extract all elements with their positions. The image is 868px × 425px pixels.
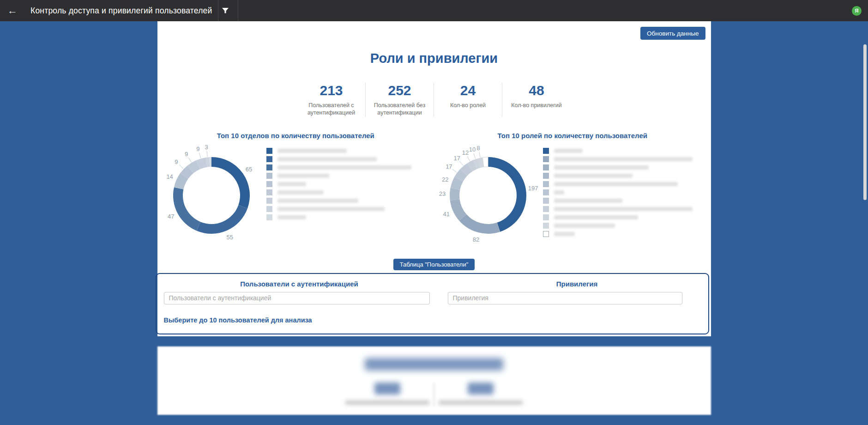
svg-text:65: 65 <box>245 165 252 172</box>
svg-text:55: 55 <box>226 234 233 241</box>
filter-privilege-column: Привилегия <box>448 280 706 304</box>
legend-item[interactable] <box>266 172 411 180</box>
legend-item[interactable] <box>543 172 693 180</box>
svg-text:8: 8 <box>476 144 480 151</box>
blurred-stat-label <box>345 401 429 405</box>
legend-item[interactable] <box>543 164 693 172</box>
legend-label-redacted <box>277 165 411 170</box>
page-title: Роли и привилегии <box>157 51 711 66</box>
stat-label: Кол-во привилегий <box>502 102 571 109</box>
legend-item[interactable] <box>266 147 411 155</box>
legend-item[interactable] <box>543 222 693 230</box>
legend-item[interactable] <box>266 205 411 213</box>
legend-item[interactable] <box>266 197 411 205</box>
filter-panel: Пользователи с аутентификацией Привилеги… <box>156 273 709 334</box>
legend-item[interactable] <box>543 180 693 188</box>
filter-icon[interactable] <box>218 8 232 13</box>
svg-text:82: 82 <box>473 236 479 243</box>
svg-text:9: 9 <box>175 158 178 165</box>
legend-swatch <box>266 164 272 170</box>
legend-swatch <box>543 156 549 162</box>
filter-users-heading: Пользователи с аутентификацией <box>164 280 435 288</box>
svg-text:197: 197 <box>528 184 538 191</box>
legend-label-redacted <box>554 190 564 194</box>
blurred-stat-value <box>374 382 400 395</box>
legend-label-redacted <box>277 174 329 178</box>
legend-label-redacted <box>554 232 575 236</box>
legend-swatch <box>543 181 549 187</box>
svg-text:22: 22 <box>442 176 448 183</box>
legend-item[interactable] <box>266 188 411 197</box>
roles-chart-block: Топ 10 ролей по количеству пользователей… <box>434 132 711 249</box>
legend-item[interactable] <box>543 197 693 205</box>
filter-privilege-heading: Привилегия <box>448 280 706 288</box>
legend-swatch <box>543 214 549 220</box>
users-table-button[interactable]: Таблица "Пользователи" <box>393 259 475 270</box>
blurred-stat-label <box>439 401 523 405</box>
privilege-input[interactable] <box>448 292 682 304</box>
legend-label-redacted <box>277 199 358 203</box>
legend-swatch <box>266 156 272 162</box>
legend-swatch <box>266 198 272 204</box>
legend-label-redacted <box>554 165 649 170</box>
svg-text:9: 9 <box>184 150 187 157</box>
legend-item[interactable] <box>266 155 411 164</box>
svg-text:12: 12 <box>462 149 469 156</box>
stat-privileges-count: 48 Кол-во привилегий <box>502 83 571 117</box>
svg-text:47: 47 <box>167 213 174 220</box>
blurred-section-title <box>365 358 503 370</box>
legend-swatch <box>543 189 549 195</box>
svg-text:41: 41 <box>443 211 450 218</box>
legend-label-redacted <box>554 174 633 178</box>
stat-value: 48 <box>502 84 571 97</box>
topbar-divider <box>238 0 238 21</box>
chart-title: Топ 10 отделов по количеству пользовател… <box>157 132 434 140</box>
users-with-auth-input[interactable] <box>164 292 430 304</box>
filter-note: Выберите до 10 пользователей для анализа <box>164 316 708 324</box>
page-background: Обновить данные Роли и привилегии 213 По… <box>0 21 868 425</box>
legend-item[interactable] <box>543 230 693 238</box>
legend-swatch <box>266 181 272 187</box>
departments-chart-block: Топ 10 отделов по количеству пользовател… <box>157 132 434 249</box>
legend-swatch <box>266 148 272 154</box>
stat-value: 213 <box>297 84 365 97</box>
departments-donut-chart[interactable]: 655547149993 <box>158 142 265 249</box>
legend-item[interactable] <box>266 180 411 188</box>
legend-swatch <box>266 173 272 179</box>
departments-legend <box>266 142 411 222</box>
legend-swatch <box>543 223 549 229</box>
legend-item[interactable] <box>266 213 411 222</box>
charts-row: Топ 10 отделов по количеству пользовател… <box>157 132 711 249</box>
legend-item[interactable] <box>266 164 411 172</box>
legend-swatch <box>543 198 549 204</box>
vertical-scrollbar[interactable] <box>863 44 867 200</box>
legend-label-redacted <box>277 182 306 186</box>
filter-users-column: Пользователи с аутентификацией <box>164 280 435 304</box>
roles-privileges-card: Обновить данные Роли и привилегии 213 По… <box>157 21 711 336</box>
legend-item[interactable] <box>543 147 693 155</box>
legend-label-redacted <box>277 149 347 153</box>
legend-label-redacted <box>554 199 622 203</box>
blurred-stat <box>434 382 527 407</box>
legend-label-redacted <box>554 207 693 211</box>
blurred-stat-value <box>468 382 494 395</box>
svg-text:10: 10 <box>469 146 476 153</box>
legend-item[interactable] <box>543 155 693 164</box>
legend-swatch <box>543 164 549 170</box>
roles-donut-chart[interactable]: 19782412322171712108 <box>435 142 541 249</box>
stat-users-with-auth: 213 Пользователей с аутентификацией <box>297 83 366 117</box>
refresh-data-button[interactable]: Обновить данные <box>640 27 705 40</box>
legend-swatch <box>266 206 272 212</box>
legend-item[interactable] <box>543 205 693 213</box>
blurred-stat-divider <box>434 382 434 407</box>
blurred-next-section-card <box>157 346 711 415</box>
legend-label-redacted <box>277 215 306 219</box>
stat-value: 252 <box>366 84 434 97</box>
legend-item[interactable] <box>543 188 693 197</box>
legend-label-redacted <box>554 224 615 228</box>
legend-label-redacted <box>277 157 377 161</box>
back-arrow-icon[interactable]: ← <box>7 6 20 16</box>
legend-swatch <box>266 214 272 220</box>
legend-item[interactable] <box>543 213 693 222</box>
avatar[interactable]: Я <box>852 6 862 16</box>
